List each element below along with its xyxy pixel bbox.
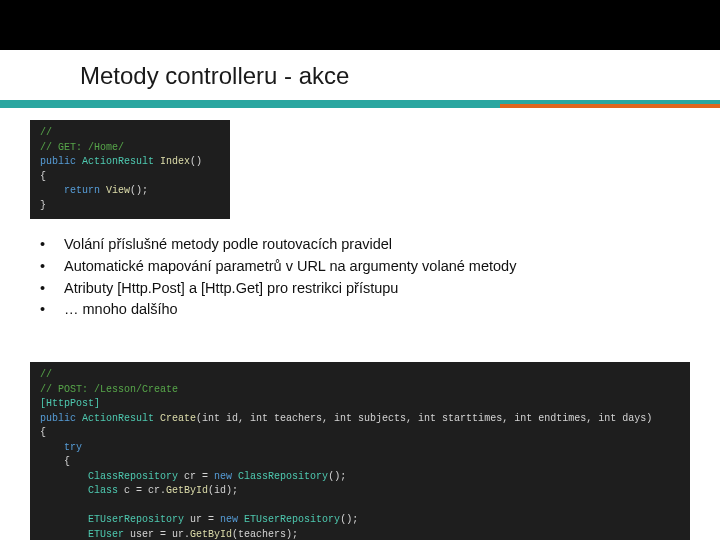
code-method: GetById [190,529,232,540]
code-comment: // GET: /Home/ [40,142,124,153]
code-keyword: public [40,156,76,167]
bullet-dot: • [40,299,64,321]
list-item: •Atributy [Http.Post] a [Http.Get] pro r… [40,278,516,300]
code-block-index: // // GET: /Home/ public ActionResult In… [30,120,230,219]
code-brace: { [40,427,46,438]
code-method: GetById [166,485,208,496]
code-brace: { [64,456,70,467]
code-method: View [106,185,130,196]
code-params: (int id, int teachers, int subjects, int… [196,413,652,424]
code-type: Class [88,485,118,496]
code-keyword: new [220,514,238,525]
bullet-list: •Volání příslušné metody podle routovací… [40,234,516,321]
code-type: ActionResult [82,413,154,424]
code-text: (); [130,185,148,196]
bullet-dot: • [40,234,64,256]
code-type: ETUserRepository [88,514,184,525]
code-method: Create [160,413,196,424]
code-text: = [202,514,220,525]
bullet-text: … mnoho dalšího [64,299,178,321]
code-type: ETUserRepository [244,514,340,525]
code-text: (teachers); [232,529,298,540]
code-var: cr [184,471,196,482]
code-type: ActionResult [82,156,154,167]
slide: Metody controlleru - akce // // GET: /Ho… [0,0,720,540]
code-brace: } [40,200,46,211]
code-method: Index [160,156,190,167]
code-comment: // POST: /Lesson/Create [40,384,178,395]
code-keyword: return [64,185,100,196]
list-item: •Automatické mapování parametrů v URL na… [40,256,516,278]
code-attribute: [HttpPost] [40,398,100,409]
bullet-text: Atributy [Http.Post] a [Http.Get] pro re… [64,278,398,300]
code-text: (); [328,471,346,482]
code-type: ClassRepository [238,471,328,482]
bullet-text: Automatické mapování parametrů v URL na … [64,256,516,278]
code-text: () [190,156,202,167]
code-comment: // [40,127,52,138]
list-item: •Volání příslušné metody podle routovací… [40,234,516,256]
accent-divider [0,100,720,108]
code-keyword: try [64,442,82,453]
code-brace: { [40,171,46,182]
code-block-create: // // POST: /Lesson/Create [HttpPost] pu… [30,362,690,540]
page-title: Metody controlleru - akce [80,62,349,90]
bullet-dot: • [40,256,64,278]
code-keyword: public [40,413,76,424]
code-type: ETUser [88,529,124,540]
bullet-dot: • [40,278,64,300]
list-item: •… mnoho dalšího [40,299,516,321]
code-var: user [130,529,154,540]
code-text: = ur. [154,529,190,540]
code-keyword: new [214,471,232,482]
code-text: = cr. [130,485,166,496]
bullet-text: Volání příslušné metody podle routovacíc… [64,234,392,256]
code-comment: // [40,369,52,380]
code-text: (id); [208,485,238,496]
code-text: = [196,471,214,482]
code-var: ur [190,514,202,525]
code-type: ClassRepository [88,471,178,482]
code-text: (); [340,514,358,525]
